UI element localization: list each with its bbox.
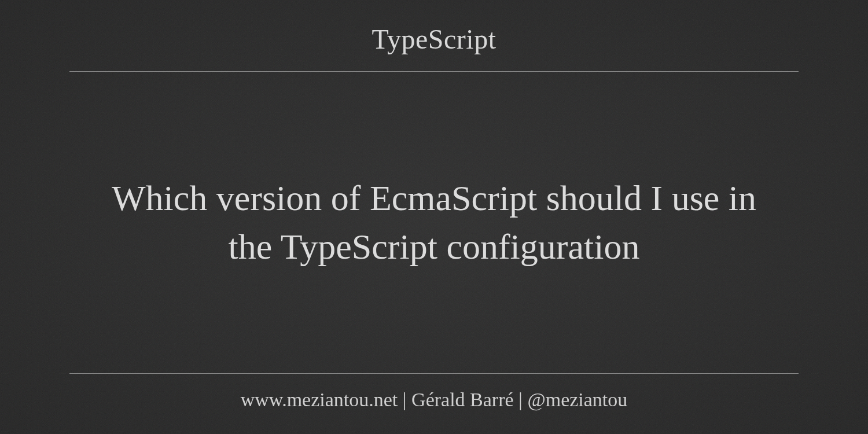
- category-label: TypeScript: [69, 23, 799, 55]
- slide-title: Which version of EcmaScript should I use…: [93, 174, 775, 271]
- footer-text: www.meziantou.net | Gérald Barré | @mezi…: [69, 389, 799, 411]
- slide-card: TypeScript Which version of EcmaScript s…: [0, 0, 868, 434]
- slide-header: TypeScript: [69, 23, 799, 71]
- slide-main: Which version of EcmaScript should I use…: [69, 72, 799, 373]
- slide-footer: www.meziantou.net | Gérald Barré | @mezi…: [69, 374, 799, 417]
